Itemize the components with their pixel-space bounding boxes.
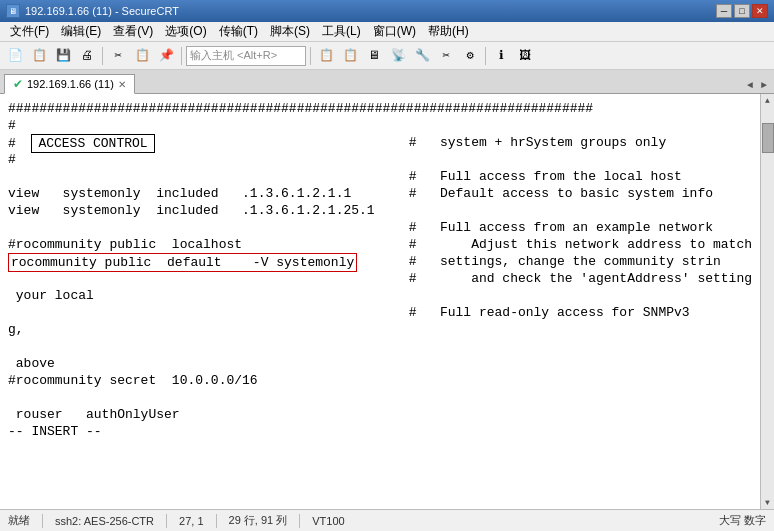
toolbar: 📄 📋 💾 🖨 ✂ 📋 📌 输入主机 <Alt+R> 📋 📋 🖥 📡 🔧 ✂ ⚙… <box>0 42 774 70</box>
status-caps: 大写 数字 <box>719 513 766 528</box>
highlight-box: rocommunity public default -V systemonly <box>8 253 357 272</box>
window-controls: ─ □ ✕ <box>716 4 768 18</box>
menu-script[interactable]: 脚本(S) <box>264 21 316 42</box>
toolbar-btn-13[interactable]: ✂ <box>435 45 457 67</box>
toolbar-btn-11[interactable]: 📡 <box>387 45 409 67</box>
menu-bar: 文件(F) 编辑(E) 查看(V) 选项(O) 传输(T) 脚本(S) 工具(L… <box>0 22 774 42</box>
right-line-empty-2 <box>409 117 752 134</box>
right-line-snmpv3: # Full read-only access for SNMPv3 <box>409 304 752 321</box>
toolbar-btn-15[interactable]: ℹ <box>490 45 512 67</box>
toolbar-sep-1 <box>102 47 103 65</box>
menu-transfer[interactable]: 传输(T) <box>213 21 264 42</box>
toolbar-btn-12[interactable]: 🔧 <box>411 45 433 67</box>
right-line-full-access: # Full access from the local host <box>409 168 752 185</box>
tab-next-button[interactable]: ► <box>758 80 770 91</box>
status-bar: 就绪 ssh2: AES-256-CTR 27, 1 29 行, 91 列 VT… <box>0 509 774 531</box>
line-hash-1: # <box>8 117 389 134</box>
toolbar-btn-2[interactable]: 📋 <box>28 45 50 67</box>
close-button[interactable]: ✕ <box>752 4 768 18</box>
toolbar-btn-8[interactable]: 📋 <box>315 45 337 67</box>
line-rocommunity-highlighted: rocommunity public default -V systemonly <box>8 253 389 270</box>
status-ready: 就绪 <box>8 513 30 528</box>
status-sep-2 <box>166 514 167 528</box>
toolbar-btn-10[interactable]: 🖥 <box>363 45 385 67</box>
line-rouser: rouser authOnlyUser <box>8 406 389 423</box>
line-yourlocal: your local <box>8 287 389 304</box>
status-sep-1 <box>42 514 43 528</box>
status-vt: VT100 <box>312 515 344 527</box>
maximize-button[interactable]: □ <box>734 4 750 18</box>
tab-session[interactable]: ✔ 192.169.1.66 (11) ✕ <box>4 74 135 94</box>
tab-close-button[interactable]: ✕ <box>118 79 126 90</box>
line-empty-6 <box>8 389 389 406</box>
toolbar-sep-4 <box>485 47 486 65</box>
menu-help[interactable]: 帮助(H) <box>422 21 475 42</box>
right-line-adjust: # Adjust this network address to match <box>409 236 752 253</box>
tab-nav-arrows: ◄ ► <box>744 80 770 93</box>
toolbar-btn-7[interactable]: 📌 <box>155 45 177 67</box>
line-comment-secret: #rocommunity secret 10.0.0.0/16 <box>8 372 389 389</box>
scrollbar[interactable]: ▲ ▼ <box>760 94 774 509</box>
window-title: 192.169.1.66 (11) - SecureCRT <box>25 5 716 17</box>
status-sep-3 <box>216 514 217 528</box>
scroll-down-button[interactable]: ▼ <box>763 496 772 509</box>
line-view-2: view systemonly included .1.3.6.1.2.1.25… <box>8 202 389 219</box>
content-area: ########################################… <box>0 94 774 509</box>
title-bar: 🖥 192.169.1.66 (11) - SecureCRT ─ □ ✕ <box>0 0 774 22</box>
toolbar-btn-1[interactable]: 📄 <box>4 45 26 67</box>
status-rows: 29 行, 91 列 <box>229 513 288 528</box>
status-ssh: ssh2: AES-256-CTR <box>55 515 154 527</box>
menu-tools[interactable]: 工具(L) <box>316 21 367 42</box>
access-control-box: ACCESS CONTROL <box>31 134 154 153</box>
toolbar-btn-3[interactable]: 💾 <box>52 45 74 67</box>
toolbar-sep-2 <box>181 47 182 65</box>
line-above: above <box>8 355 389 372</box>
terminal[interactable]: ########################################… <box>0 94 760 509</box>
line-hash-2: # <box>8 151 389 168</box>
minimize-button[interactable]: ─ <box>716 4 732 18</box>
right-line-example-net: # Full access from an example network <box>409 219 752 236</box>
scroll-up-button[interactable]: ▲ <box>763 94 772 107</box>
menu-window[interactable]: 窗口(W) <box>367 21 422 42</box>
line-empty-2 <box>8 219 389 236</box>
line-insert-mode: -- INSERT -- <box>8 423 389 440</box>
toolbar-btn-4[interactable]: 🖨 <box>76 45 98 67</box>
tab-bar: ✔ 192.169.1.66 (11) ✕ ◄ ► <box>0 70 774 94</box>
toolbar-btn-5[interactable]: ✂ <box>107 45 129 67</box>
right-line-empty-5 <box>409 287 752 304</box>
toolbar-btn-6[interactable]: 📋 <box>131 45 153 67</box>
right-line-settings: # settings, change the community strin <box>409 253 752 270</box>
toolbar-btn-14[interactable]: ⚙ <box>459 45 481 67</box>
line-empty-5 <box>8 338 389 355</box>
app-icon: 🖥 <box>6 4 20 18</box>
status-position: 27, 1 <box>179 515 203 527</box>
menu-view[interactable]: 查看(V) <box>107 21 159 42</box>
toolbar-sep-3 <box>310 47 311 65</box>
status-right: 大写 数字 <box>719 513 766 528</box>
right-line-agentaddr: # and check the 'agentAddress' setting <box>409 270 752 287</box>
line-g: g, <box>8 321 389 338</box>
scroll-thumb[interactable] <box>762 123 774 153</box>
toolbar-btn-16[interactable]: 🖼 <box>514 45 536 67</box>
right-line-system: # system + hrSystem groups only <box>409 134 752 151</box>
tab-label: 192.169.1.66 (11) <box>27 78 114 90</box>
tab-checkmark-icon: ✔ <box>13 77 23 91</box>
line-comment-ro: #rocommunity public localhost <box>8 236 389 253</box>
tab-prev-button[interactable]: ◄ <box>744 80 756 91</box>
line-view-1: view systemonly included .1.3.6.1.2.1.1 <box>8 185 389 202</box>
host-input-placeholder[interactable]: 输入主机 <Alt+R> <box>190 48 277 63</box>
status-sep-4 <box>299 514 300 528</box>
right-line-empty-4 <box>409 202 752 219</box>
menu-edit[interactable]: 编辑(E) <box>55 21 107 42</box>
line-empty-4 <box>8 304 389 321</box>
menu-options[interactable]: 选项(O) <box>159 21 212 42</box>
toolbar-btn-9[interactable]: 📋 <box>339 45 361 67</box>
line-hash-row: ########################################… <box>8 100 389 117</box>
line-access-control: # ACCESS CONTROL <box>8 134 389 151</box>
right-line-empty-3 <box>409 151 752 168</box>
right-line-default-access: # Default access to basic system info <box>409 185 752 202</box>
line-empty-1 <box>8 168 389 185</box>
host-input-box: 输入主机 <Alt+R> <box>186 46 306 66</box>
right-line-empty-1 <box>409 100 752 117</box>
menu-file[interactable]: 文件(F) <box>4 21 55 42</box>
